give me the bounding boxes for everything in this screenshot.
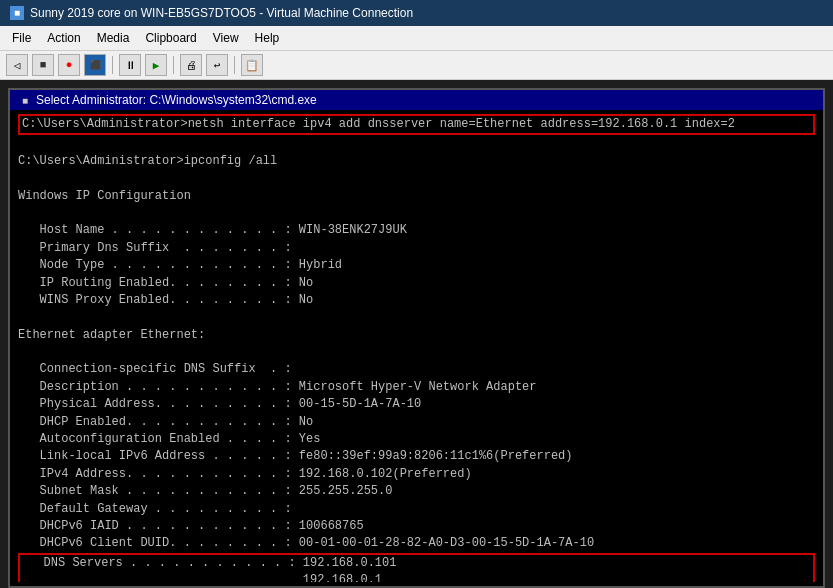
vm-content-area: ■ Select Administrator: C:\Windows\syste… xyxy=(8,88,825,588)
conn-dns-suffix: Connection-specific DNS Suffix . : xyxy=(18,361,815,378)
default-gateway: Default Gateway . . . . . . . . . : xyxy=(18,501,815,518)
node-type: Node Type . . . . . . . . . . . . : Hybr… xyxy=(18,257,815,274)
netsh-command-line: C:\Users\Administrator>netsh interface i… xyxy=(18,114,815,135)
title-bar: ■ Sunny 2019 core on WIN-EB5GS7DTOO5 - V… xyxy=(0,0,833,26)
netsh-command: netsh interface ipv4 add dnsserver name=… xyxy=(188,117,735,131)
ip-routing: IP Routing Enabled. . . . . . . . : No xyxy=(18,275,815,292)
cmd-icon: ■ xyxy=(18,93,32,107)
toolbar-pause-btn[interactable]: ⏸ xyxy=(119,54,141,76)
cmd-titlebar: ■ Select Administrator: C:\Windows\syste… xyxy=(10,90,823,110)
terminal[interactable]: C:\Users\Administrator>netsh interface i… xyxy=(10,110,823,582)
ethernet-adapter: Ethernet adapter Ethernet: xyxy=(18,327,815,344)
toolbar-record-btn[interactable]: ● xyxy=(58,54,80,76)
menu-help[interactable]: Help xyxy=(247,28,288,48)
wins-proxy: WINS Proxy Enabled. . . . . . . . : No xyxy=(18,292,815,309)
toolbar-clipboard-btn[interactable]: 📋 xyxy=(241,54,263,76)
toolbar-undo-btn[interactable]: ↩ xyxy=(206,54,228,76)
dns-servers-block: DNS Servers . . . . . . . . . . . : 192.… xyxy=(18,553,815,582)
toolbar-play-btn[interactable]: ▶ xyxy=(145,54,167,76)
vm-icon: ■ xyxy=(10,6,24,20)
title-bar-text: Sunny 2019 core on WIN-EB5GS7DTOO5 - Vir… xyxy=(30,6,823,20)
blank-line-2 xyxy=(18,170,815,187)
primary-dns-suffix: Primary Dns Suffix . . . . . . . : xyxy=(18,240,815,257)
toolbar-sep1 xyxy=(112,56,113,74)
dhcpv6-iaid: DHCPv6 IAID . . . . . . . . . . . : 1006… xyxy=(18,518,815,535)
toolbar-sep3 xyxy=(234,56,235,74)
toolbar-back-btn[interactable]: ◁ xyxy=(6,54,28,76)
blank-line-5 xyxy=(18,344,815,361)
toolbar-sep2 xyxy=(173,56,174,74)
prompt-1: C:\Users\Administrator> xyxy=(22,117,188,131)
cmd-titlebar-text: Select Administrator: C:\Windows\system3… xyxy=(36,93,317,107)
ipconfig-line: C:\Users\Administrator>ipconfig /all xyxy=(18,153,815,170)
autoconfig: Autoconfiguration Enabled . . . . : Yes xyxy=(18,431,815,448)
physical-addr: Physical Address. . . . . . . . . : 00-1… xyxy=(18,396,815,413)
menu-media[interactable]: Media xyxy=(89,28,138,48)
blank-line-3 xyxy=(18,205,815,222)
ipv6-addr: Link-local IPv6 Address . . . . . : fe80… xyxy=(18,448,815,465)
subnet-mask: Subnet Mask . . . . . . . . . . . : 255.… xyxy=(18,483,815,500)
menu-bar: File Action Media Clipboard View Help xyxy=(0,26,833,51)
ipv4-addr: IPv4 Address. . . . . . . . . . . : 192.… xyxy=(18,466,815,483)
menu-file[interactable]: File xyxy=(4,28,39,48)
dhcp-enabled: DHCP Enabled. . . . . . . . . . . : No xyxy=(18,414,815,431)
host-name: Host Name . . . . . . . . . . . . : WIN-… xyxy=(18,222,815,239)
blank-line-1 xyxy=(18,135,815,152)
menu-clipboard[interactable]: Clipboard xyxy=(137,28,204,48)
menu-action[interactable]: Action xyxy=(39,28,88,48)
win-ip-config: Windows IP Configuration xyxy=(18,188,815,205)
dhcpv6-duid: DHCPv6 Client DUID. . . . . . . . : 00-0… xyxy=(18,535,815,552)
menu-view[interactable]: View xyxy=(205,28,247,48)
toolbar-icon-blue[interactable]: ⬛ xyxy=(84,54,106,76)
toolbar: ◁ ■ ● ⬛ ⏸ ▶ 🖨 ↩ 📋 xyxy=(0,51,833,80)
toolbar-stop-btn[interactable]: ■ xyxy=(32,54,54,76)
description: Description . . . . . . . . . . . : Micr… xyxy=(18,379,815,396)
toolbar-print-btn[interactable]: 🖨 xyxy=(180,54,202,76)
blank-line-4 xyxy=(18,309,815,326)
